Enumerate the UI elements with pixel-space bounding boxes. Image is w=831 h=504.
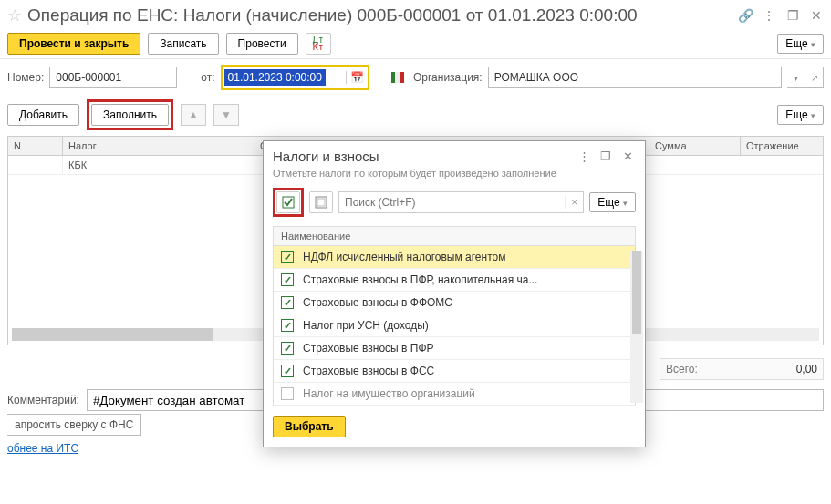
form-fields-row: Номер: 000Б-000001 от: 01.01.2023 0:00:0… <box>0 59 831 96</box>
window-restore-icon[interactable]: ❐ <box>785 8 800 23</box>
checkbox-icon[interactable]: ✓ <box>281 342 294 355</box>
check-all-button[interactable] <box>276 191 300 213</box>
popup-restore-icon[interactable]: ❐ <box>597 149 614 163</box>
popup-vscrollbar[interactable] <box>630 251 643 403</box>
post-and-close-button[interactable]: Провести и закрыть <box>7 33 140 55</box>
comment-label: Комментарий: <box>7 394 79 406</box>
list-item-label: Страховые взносы в ФФОМС <box>303 296 452 309</box>
org-field-controls: ▾ ↗ <box>787 67 824 88</box>
window-title: Операция по ЕНС: Налоги (начисление) 000… <box>27 5 738 26</box>
org-dropdown-icon[interactable]: ▾ <box>787 67 805 88</box>
add-button[interactable]: Добавить <box>7 104 79 126</box>
checkbox-icon[interactable]: ✓ <box>281 251 294 263</box>
taxes-popup: Налоги и взносы ⋮ ❐ ✕ Отметьте налоги по… <box>263 140 646 447</box>
chevron-down-icon: ▾ <box>623 199 628 208</box>
popup-toolbar: × Еще ▾ <box>264 184 645 221</box>
kebab-menu-icon[interactable]: ⋮ <box>762 8 776 23</box>
main-toolbar: Провести и закрыть Записать Провести ДтК… <box>0 29 831 59</box>
app-window: ☆ Операция по ЕНС: Налоги (начисление) 0… <box>0 0 831 504</box>
popup-search[interactable]: × <box>338 191 584 213</box>
calendar-icon[interactable]: 📅 <box>346 71 368 84</box>
list-item-label: Налог на имущество организаций <box>303 387 475 400</box>
checkbox-icon[interactable]: ✓ <box>281 296 294 309</box>
popup-list-header: Наименование <box>273 226 636 246</box>
favorite-star-icon[interactable]: ☆ <box>7 5 22 26</box>
date-value: 01.01.2023 0:00:00 <box>224 69 326 86</box>
checkbox-icon[interactable] <box>281 387 294 400</box>
popup-close-icon[interactable]: ✕ <box>619 149 636 163</box>
link-icon[interactable]: 🔗 <box>738 8 753 23</box>
list-item-label: Страховые взносы в ПФР, накопительная ча… <box>303 273 537 286</box>
popup-kebab-icon[interactable]: ⋮ <box>576 149 592 163</box>
more-button-table[interactable]: Еще ▾ <box>777 105 824 125</box>
chevron-down-icon: ▾ <box>811 111 815 120</box>
fill-button[interactable]: Заполнить <box>91 104 169 126</box>
debit-credit-icon[interactable]: ДтКт <box>306 33 331 55</box>
list-item[interactable]: ✓ Страховые взносы в ПФР, накопительная … <box>274 269 635 292</box>
list-item[interactable]: ✓ Налог при УСН (доходы) <box>274 314 635 337</box>
list-item[interactable]: Налог на имущество организаций <box>274 383 635 406</box>
list-item[interactable]: ✓ Страховые взносы в ФФОМС <box>274 292 635 314</box>
checkbox-icon[interactable]: ✓ <box>281 273 294 286</box>
list-item-label: Страховые взносы в ФСС <box>303 365 434 377</box>
list-item[interactable]: ✓ Страховые взносы в ФСС <box>274 360 635 383</box>
chevron-down-icon: ▾ <box>811 40 815 49</box>
list-item-label: Налог при УСН (доходы) <box>303 319 429 332</box>
org-flag-icon <box>391 72 404 83</box>
totals-label: Всего: <box>660 358 732 380</box>
org-field[interactable]: РОМАШКА ООО <box>488 67 782 88</box>
request-reconciliation-button[interactable]: апросить сверку с ФНС <box>7 414 141 436</box>
org-label: Организация: <box>413 71 483 84</box>
from-label: от: <box>201 71 214 84</box>
select-button[interactable]: Выбрать <box>273 416 346 437</box>
highlight-fill: Заполнить <box>87 99 173 130</box>
popup-titlebar: Налоги и взносы ⋮ ❐ ✕ <box>264 141 645 168</box>
title-bar: ☆ Операция по ЕНС: Налоги (начисление) 0… <box>0 0 831 29</box>
org-open-icon[interactable]: ↗ <box>805 67 824 88</box>
popup-subtitle: Отметьте налоги по которым будет произве… <box>264 168 645 184</box>
list-item-label: НДФЛ исчисленный налоговым агентом <box>303 251 505 263</box>
list-item[interactable]: ✓ Страховые взносы в ПФР <box>274 337 635 360</box>
col-tax: Налог <box>63 137 254 155</box>
window-controls: 🔗 ⋮ ❐ ✕ <box>738 8 824 23</box>
totals-value: 0,00 <box>732 358 824 380</box>
save-button[interactable]: Записать <box>148 33 218 55</box>
svg-rect-2 <box>317 199 325 206</box>
checkbox-icon[interactable]: ✓ <box>281 319 294 332</box>
date-field[interactable]: 01.01.2023 0:00:00 📅 <box>221 65 369 90</box>
move-up-button[interactable]: ▲ <box>181 104 206 126</box>
number-field[interactable]: 000Б-000001 <box>49 67 177 88</box>
table-toolbar: Добавить Заполнить ▲ ▼ Еще ▾ <box>0 96 831 134</box>
popup-list: ✓ НДФЛ исчисленный налоговым агентом ✓ С… <box>273 246 636 406</box>
list-item-label: Страховые взносы в ПФР <box>303 342 434 355</box>
checkbox-icon[interactable]: ✓ <box>281 365 294 377</box>
popup-search-input[interactable] <box>339 196 565 209</box>
move-down-button[interactable]: ▼ <box>213 104 239 126</box>
popup-footer: Выбрать <box>264 406 645 447</box>
popup-more-button[interactable]: Еще ▾ <box>589 192 636 212</box>
clear-search-icon[interactable]: × <box>565 196 583 209</box>
uncheck-all-button[interactable] <box>309 191 333 213</box>
col-sum: Сумма <box>649 137 741 155</box>
post-button[interactable]: Провести <box>226 33 298 55</box>
col-n: N <box>8 137 63 155</box>
highlight-check-all <box>273 188 304 217</box>
uncheck-all-icon <box>315 196 327 209</box>
col-ref: Отражение <box>741 137 823 155</box>
check-all-icon <box>282 196 295 209</box>
popup-title: Налоги и взносы <box>273 149 570 164</box>
more-button-top[interactable]: Еще ▾ <box>777 34 824 54</box>
list-item[interactable]: ✓ НДФЛ исчисленный налоговым агентом <box>274 246 635 269</box>
more-on-its-link[interactable]: обнее на ИТС <box>7 442 78 455</box>
number-label: Номер: <box>7 71 44 84</box>
col-kbk: КБК <box>63 156 254 174</box>
close-icon[interactable]: ✕ <box>809 8 824 23</box>
